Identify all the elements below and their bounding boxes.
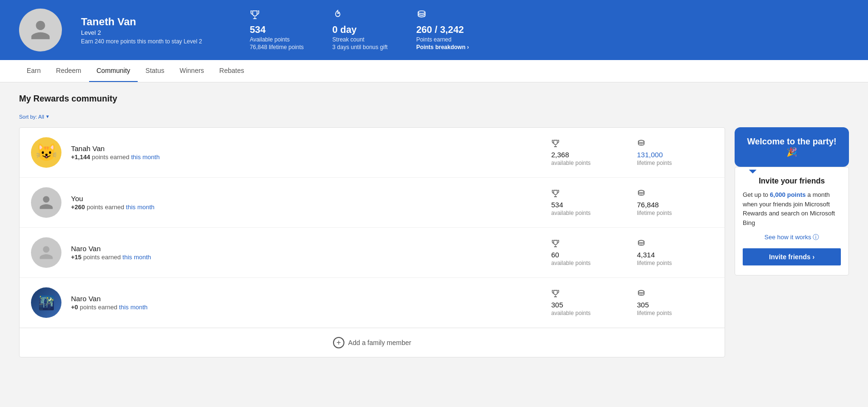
table-row: Naro Van +15 points earned this month	[20, 228, 725, 278]
chevron-down-icon: ▾	[46, 113, 49, 120]
lifetime-points-stat: 131,000 lifetime points	[637, 139, 713, 166]
member-name: Naro Van	[71, 295, 542, 303]
nav-community[interactable]: Community	[89, 60, 138, 82]
points-breakdown-link[interactable]: Points breakdown ›	[416, 44, 469, 51]
streak-value: 0 day	[333, 24, 388, 35]
nav-earn[interactable]: Earn	[19, 60, 49, 82]
sort-bar[interactable]: Sort by: All ▾	[19, 113, 849, 120]
lifetime-val: 305	[637, 301, 713, 309]
stat-streak: 0 day Streak count 3 days until bonus gi…	[333, 10, 388, 51]
user-level: Level 2	[81, 29, 202, 36]
nav-rebates[interactable]: Rebates	[212, 60, 252, 82]
trophy-icon-small	[551, 139, 627, 150]
member-name: Naro Van	[71, 244, 542, 253]
trophy-icon	[250, 10, 303, 22]
this-month[interactable]: this month	[131, 153, 160, 161]
user-avatar	[19, 9, 62, 51]
available-lbl: available points	[551, 210, 627, 216]
invite-widget: Invite your friends Get up to 6,000 poin…	[735, 167, 849, 275]
this-month[interactable]: this month	[126, 204, 154, 211]
available-val: 60	[551, 251, 627, 259]
points-earned: +0	[71, 304, 78, 311]
main-content: My Rewards community Sort by: All ▾ 😺 Ta…	[0, 82, 868, 369]
stat-available-points: 534 Available points 76,848 lifetime poi…	[250, 10, 303, 51]
table-row: 😺 Tanah Van +1,144 points earned this mo…	[20, 128, 725, 178]
member-info: Naro Van +0 points earned this month	[71, 295, 542, 311]
member-info: You +260 points earned this month	[71, 194, 542, 211]
points-earned: +15	[71, 254, 81, 261]
lifetime-val: 131,000	[637, 151, 713, 159]
add-family-label: Add a family member	[348, 339, 411, 346]
nav-redeem[interactable]: Redeem	[49, 60, 89, 82]
sort-label-text: Sort by: All	[19, 114, 44, 120]
available-points-stat: 2,368 available points	[551, 139, 627, 166]
available-points-label: Available points	[250, 36, 303, 43]
this-month[interactable]: this month	[119, 304, 148, 311]
available-val: 534	[551, 201, 627, 209]
content-row: 😺 Tanah Van +1,144 points earned this mo…	[19, 127, 849, 357]
available-lbl: available points	[551, 260, 627, 266]
member-info: Naro Van +15 points earned this month	[71, 244, 542, 261]
lifetime-points-stat: 4,314 lifetime points	[637, 239, 713, 266]
member-points: +1,144 points earned this month	[71, 153, 542, 161]
avatar	[31, 187, 61, 218]
points-label: points earned	[87, 204, 126, 211]
points-earned: +260	[71, 204, 85, 211]
member-points: +15 points earned this month	[71, 254, 542, 261]
lifetime-lbl: lifetime points	[637, 210, 713, 216]
available-val: 2,368	[551, 151, 627, 159]
coins-icon-small	[637, 139, 713, 150]
avatar: 😺	[31, 137, 61, 168]
member-name: Tanah Van	[71, 144, 542, 153]
member-points: +260 points earned this month	[71, 204, 542, 211]
points-label: points earned	[83, 254, 122, 261]
avatar: 🌃	[31, 287, 61, 318]
user-name: Taneth Van	[81, 16, 202, 28]
available-points-stat: 305 available points	[551, 289, 627, 316]
member-name: You	[71, 194, 542, 203]
flame-icon	[333, 10, 388, 22]
lifetime-lbl: lifetime points	[637, 160, 713, 166]
navigation: Earn Redeem Community Status Winners Reb…	[0, 60, 868, 82]
svg-point-1	[638, 140, 644, 142]
welcome-text: Welcome to the party! 🎉	[747, 137, 837, 157]
see-how-link[interactable]: See how it works ⓘ	[743, 233, 841, 242]
stat-points-earned: 260 / 3,242 Points earned Points breakdo…	[416, 10, 469, 51]
add-icon: +	[333, 337, 344, 348]
avatar	[31, 237, 61, 268]
svg-point-0	[418, 11, 425, 14]
this-month[interactable]: this month	[122, 254, 151, 261]
lifetime-lbl: lifetime points	[637, 260, 713, 266]
invite-text-bold: 6,000 points	[770, 191, 806, 198]
available-val: 305	[551, 301, 627, 309]
coins-icon-small	[637, 239, 713, 250]
trophy-icon-small	[551, 239, 627, 250]
available-points-stat: 60 available points	[551, 239, 627, 266]
lifetime-lbl: lifetime points	[637, 310, 713, 316]
svg-point-3	[638, 240, 644, 243]
nav-winners[interactable]: Winners	[172, 60, 212, 82]
coins-icon-small	[637, 189, 713, 200]
lifetime-points: 76,848 lifetime points	[250, 44, 303, 51]
points-label: points earned	[92, 153, 131, 161]
available-lbl: available points	[551, 310, 627, 316]
points-earned-value: 260 / 3,242	[416, 24, 469, 35]
add-family-button[interactable]: + Add a family member	[20, 328, 725, 357]
streak-sub: 3 days until bonus gift	[333, 44, 388, 51]
nav-status[interactable]: Status	[138, 60, 172, 82]
lifetime-points-stat: 76,848 lifetime points	[637, 189, 713, 216]
invite-description: Get up to 6,000 points a month when your…	[743, 190, 841, 227]
points-earned: +1,144	[71, 153, 90, 161]
sidebar-widget: Welcome to the party! 🎉 Invite your frie…	[735, 127, 849, 357]
invite-text-pre: Get up to	[743, 191, 770, 198]
member-points: +0 points earned this month	[71, 304, 542, 311]
invite-friends-button[interactable]: Invite friends ›	[743, 248, 841, 265]
invite-title: Invite your friends	[743, 177, 841, 185]
user-info: Taneth Van Level 2 Earn 240 more points …	[81, 16, 202, 45]
sort-dropdown[interactable]: Sort by: All ▾	[19, 113, 49, 120]
coins-icon-small	[637, 289, 713, 300]
community-list: 😺 Tanah Van +1,144 points earned this mo…	[19, 127, 725, 357]
welcome-bubble: Welcome to the party! 🎉	[735, 127, 849, 167]
lifetime-val: 76,848	[637, 201, 713, 209]
streak-label: Streak count	[333, 36, 388, 43]
